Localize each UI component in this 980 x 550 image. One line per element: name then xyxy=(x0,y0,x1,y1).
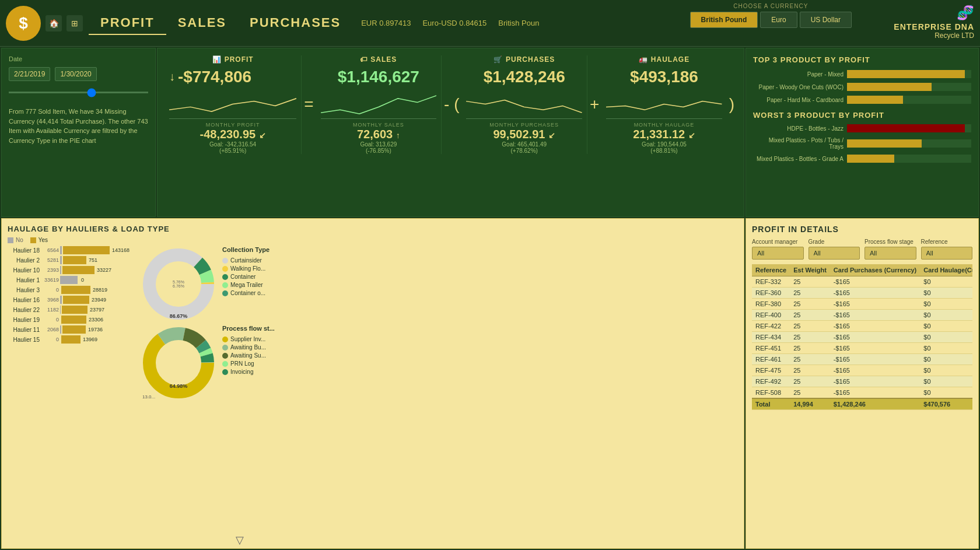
top3-label-1: Paper - Woody One Cuts (WOC) xyxy=(753,84,844,90)
table-row: REF-47525-$165$0$99↑$263 xyxy=(752,365,972,376)
profit-table-head: Reference Est Weight Card Purchases (Cur… xyxy=(752,264,972,276)
end-date[interactable]: 1/30/2020 xyxy=(55,67,96,81)
purchases-pct: (+78.62%) xyxy=(466,148,582,154)
table-row: REF-38025-$165$0$99↑$263 xyxy=(752,299,972,310)
currency-btn-gbp[interactable]: British Pound xyxy=(690,12,758,28)
start-date[interactable]: 2/21/2019 xyxy=(9,67,50,81)
haulage-goal: Goal: 190,544.05 xyxy=(606,141,722,148)
h-row-9: Haulier 15 0 13969 xyxy=(8,335,136,344)
h-label-9: Haulier 15 xyxy=(8,337,40,343)
filter-ref-label: Reference xyxy=(921,239,973,245)
h-row-0: Haulier 18 6564 143168 xyxy=(8,246,136,254)
coll-dot-1 xyxy=(222,266,228,272)
h-bar-no-fill-1 xyxy=(60,256,62,264)
date-inputs: 2/21/2019 1/30/2020 xyxy=(9,67,148,81)
h-label-5: Haulier 16 xyxy=(8,297,40,303)
legend-no: No xyxy=(8,237,23,243)
worst-label-2: Mixed Plastics - Bottles - Grade A xyxy=(753,156,844,162)
h-row-5: Haulier 16 3968 23949 xyxy=(8,296,136,304)
col-reference: Reference xyxy=(752,264,790,276)
main-content: Date 2/21/2019 1/30/2020 From 777 Sold I… xyxy=(0,47,980,550)
currency-btn-usd[interactable]: US Dollar xyxy=(800,12,852,28)
filter-am-select[interactable]: All xyxy=(752,247,804,260)
monthly-profit-label: MONTHLY PROFIT xyxy=(169,122,296,128)
profit-arrow: ↓ xyxy=(169,70,175,83)
home-icon[interactable]: 🏠 xyxy=(46,15,62,31)
sales-sparkline xyxy=(321,90,436,119)
worst-label-1: Mixed Plastics - Pots / Tubs / Trays xyxy=(753,137,844,150)
filter-icon[interactable]: ⊞ xyxy=(66,15,83,31)
purchases-goal: Goal: 465,401.49 xyxy=(466,141,582,148)
top3-label-2: Paper - Hard Mix - Cardboard xyxy=(753,97,844,103)
h-label-4: Haulier 3 xyxy=(8,287,40,293)
h-label-2: Haulier 10 xyxy=(8,267,40,274)
worst-item-2: Mixed Plastics - Bottles - Grade A xyxy=(753,155,971,163)
kpi-purchases-value: $1,428,246 xyxy=(466,67,582,87)
filter-reference: Reference All xyxy=(921,239,973,260)
haulage-legend: No Yes xyxy=(8,237,738,243)
date-info: From 777 Sold Item, We have 34 Missing C… xyxy=(9,107,148,145)
top3-item-1: Paper - Woody One Cuts (WOC) xyxy=(753,83,971,91)
h-label-3: Haulier 1 xyxy=(8,277,40,283)
coll-legend-3: Mega Trailer xyxy=(222,282,270,288)
dna-icon: 🧬 xyxy=(894,5,974,21)
top3-panel: TOP 3 PRODUCT BY PROFIT Paper - Mixed Pa… xyxy=(746,48,979,217)
h-label-0: Haulier 18 xyxy=(8,247,40,254)
main-nav: PROFIT SALES PURCHASES xyxy=(89,12,352,35)
worst-item-0: HDPE - Bottles - Jazz xyxy=(753,124,971,132)
pd-title: PROFIT IN DETAILS xyxy=(752,225,972,234)
h-row-8: Haulier 11 2068 19736 xyxy=(8,325,136,334)
date-slider[interactable] xyxy=(9,92,148,93)
profit-totals-row: Total 14,994 $1,428,246 $470,576 $1,146,… xyxy=(752,398,972,410)
formula-close: ) xyxy=(727,95,737,114)
profit-pct: (+85.91%) xyxy=(169,148,296,154)
profit-table-scroll[interactable]: Reference Est Weight Card Purchases (Cur… xyxy=(752,264,972,410)
filter-grade-label: Grade xyxy=(808,239,860,245)
sales-goal: Goal: 313,629 xyxy=(321,141,436,148)
proc-dot-4 xyxy=(222,369,228,375)
proc-dot-1 xyxy=(222,345,228,351)
filter-ref-select[interactable]: All xyxy=(921,247,973,260)
coll-dot-3 xyxy=(222,282,228,288)
filter-grade-select[interactable]: All xyxy=(808,247,860,260)
kpi-haulage: 🚛 HAULAGE $493,186 MONTHLY HAULAGE 21,33… xyxy=(601,55,726,154)
profit-table-foot: Total 14,994 $1,428,246 $470,576 $1,146,… xyxy=(752,398,972,410)
filter-pf-select[interactable]: All xyxy=(864,247,916,260)
donut-area: 5.76% 6.76% 86.67% Collection Type Curta… xyxy=(141,246,339,547)
monthly-haulage-value: 21,331.12 ↙ xyxy=(606,128,722,141)
donut2: 13.0... 64.98% xyxy=(141,325,216,401)
donut2-center: 64.98% xyxy=(170,383,188,389)
sales-icon: 🏷 xyxy=(360,55,368,64)
monthly-purchases-value: 99,502.91 ↙ xyxy=(466,128,582,141)
profit-detail-panel: PROFIT IN DETAILS Account manager All Gr… xyxy=(746,218,979,549)
h-bar-yes-6 xyxy=(62,306,88,314)
kpi-purchases: 🛒 PURCHASES $1,428,246 MONTHLY PURCHASES… xyxy=(461,55,587,154)
top3-item-2: Paper - Hard Mix - Cardboard xyxy=(753,96,971,104)
collection-title: Collection Type xyxy=(222,246,270,253)
kpi-sales-title: 🏷 SALES xyxy=(321,55,436,64)
coll-dot-2 xyxy=(222,274,228,280)
nav-purchases[interactable]: PURCHASES xyxy=(238,12,352,35)
top3-track-2 xyxy=(847,96,971,104)
currency-btn-euro[interactable]: Euro xyxy=(760,12,797,28)
nav-icons: 🏠 ⊞ xyxy=(46,15,83,31)
filter-grade: Grade All xyxy=(808,239,860,260)
coll-dot-4 xyxy=(222,290,228,296)
h-bar-yes-2 xyxy=(62,266,94,274)
top-header: $ 🏠 ⊞ PROFIT SALES PURCHASES EUR 0.89741… xyxy=(0,0,980,47)
formula-plus: + xyxy=(587,95,601,114)
kpi-sales-value: $1,146,627 xyxy=(321,67,436,87)
top3-track-1 xyxy=(847,83,971,91)
haulage-panel: HAULAGE BY HAULIERS & LOAD TYPE No Yes H… xyxy=(1,218,744,549)
h-row-1: Haulier 2 5281 751 xyxy=(8,256,136,264)
choose-currency-label: CHOOSE A CURRENCY xyxy=(690,3,852,9)
scroll-down-icon: ▽ xyxy=(141,534,339,547)
nav-sales[interactable]: SALES xyxy=(166,12,238,35)
kpi-profit: 📊 PROFIT ↓ -$774,806 MONTHLY PROFIT -48,… xyxy=(164,55,302,154)
top3-track-0 xyxy=(847,70,971,78)
h-bar-no-fill-2 xyxy=(60,266,61,274)
nav-profit[interactable]: PROFIT xyxy=(89,12,166,35)
h-row-3: Haulier 1 33619 0 xyxy=(8,276,136,284)
table-row: REF-43425-$165$0$99↑$263 xyxy=(752,332,972,343)
purchases-icon: 🛒 xyxy=(494,55,503,64)
